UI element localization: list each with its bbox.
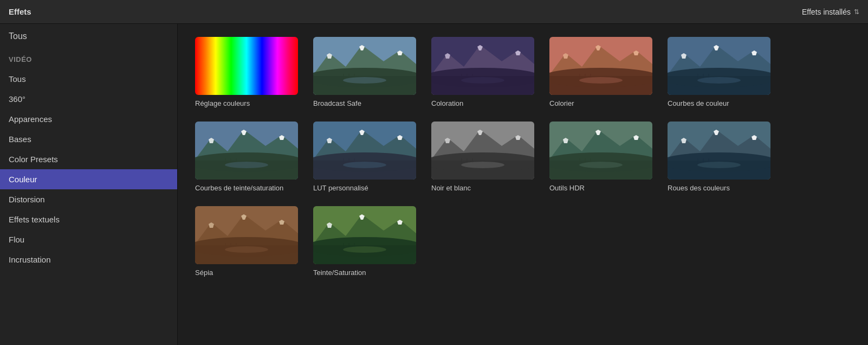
effect-label-teinte-saturation: Teinte/Saturation — [313, 269, 366, 278]
effect-thumb-courbes-couleur — [668, 37, 770, 95]
effect-item-teinte-saturation[interactable]: Teinte/Saturation — [313, 206, 416, 278]
effect-thumb-roues-couleurs — [668, 122, 770, 180]
effect-thumb-noir-blanc — [431, 122, 534, 180]
effect-thumb-coloration — [431, 37, 534, 95]
svg-rect-117 — [343, 243, 344, 248]
sidebar-item-apparences[interactable]: Apparences — [0, 109, 177, 129]
sidebar: Tous VIDÉOTous360°ApparencesBasesColor P… — [0, 24, 178, 345]
svg-rect-84 — [579, 158, 580, 164]
svg-point-120 — [343, 246, 386, 253]
main-layout: Tous VIDÉOTous360°ApparencesBasesColor P… — [0, 24, 868, 345]
effect-label-courbes-couleur: Courbes de couleur — [668, 99, 729, 108]
effect-item-roues-couleurs[interactable]: Roues des couleurs — [668, 122, 770, 193]
sidebar-item-all-top[interactable]: Tous — [0, 24, 177, 49]
svg-rect-40 — [697, 74, 698, 79]
top-bar: Effets Effets installés ⇅ — [0, 0, 868, 24]
svg-rect-18 — [461, 74, 462, 79]
svg-rect-106 — [225, 243, 226, 248]
sidebar-item-couleur[interactable]: Couleur — [0, 169, 177, 189]
svg-rect-95 — [697, 158, 698, 164]
sidebar-item-effets-textuels[interactable]: Effets textuels — [0, 209, 177, 229]
svg-point-32 — [579, 77, 623, 84]
sidebar-item-bases[interactable]: Bases — [0, 129, 177, 149]
sidebar-item-video-header[interactable]: VIDÉO — [0, 49, 177, 69]
sort-control[interactable]: Effets installés ⇅ — [802, 8, 859, 16]
svg-point-21 — [461, 77, 504, 84]
sidebar-item-color-presets[interactable]: Color Presets — [0, 149, 177, 169]
svg-point-54 — [225, 162, 268, 168]
svg-point-98 — [697, 162, 741, 168]
svg-point-109 — [225, 246, 268, 253]
effect-item-noir-blanc[interactable]: Noir et blanc — [431, 122, 534, 193]
effect-item-outils-hdr[interactable]: Outils HDR — [549, 122, 652, 193]
effect-thumb-colorier — [549, 37, 652, 95]
svg-rect-29 — [579, 74, 580, 79]
effect-label-outils-hdr: Outils HDR — [549, 184, 585, 193]
svg-point-43 — [697, 77, 741, 84]
svg-rect-51 — [225, 158, 226, 164]
effect-item-courbes-couleur[interactable]: Courbes de couleur — [668, 37, 770, 108]
effect-label-reglage-couleurs: Réglage couleurs — [195, 99, 250, 108]
svg-point-65 — [343, 162, 386, 168]
sort-label: Effets installés — [802, 8, 851, 16]
sidebar-item-360[interactable]: 360° — [0, 89, 177, 109]
svg-point-76 — [461, 162, 504, 168]
effect-thumb-sepia — [195, 206, 298, 264]
sidebar-item-distorsion[interactable]: Distorsion — [0, 189, 177, 209]
effect-label-courbes-teinte: Courbes de teinte/saturation — [195, 184, 283, 193]
effect-item-courbes-teinte[interactable]: Courbes de teinte/saturation — [195, 122, 298, 193]
effect-thumb-courbes-teinte — [195, 122, 298, 180]
effect-label-broadcast-safe: Broadcast Safe — [313, 99, 361, 108]
effect-label-roues-couleurs: Roues des couleurs — [668, 184, 730, 193]
effects-grid: Réglage couleurs Broadcast Safe — [195, 37, 851, 278]
effect-item-coloration[interactable]: Coloration — [431, 37, 534, 108]
effect-label-sepia: Sépia — [195, 269, 213, 278]
sort-arrows-icon: ⇅ — [854, 8, 859, 16]
effect-thumb-lut-personnalise — [313, 122, 416, 180]
effect-label-colorier: Colorier — [549, 99, 574, 108]
sidebar-item-incrustation[interactable]: Incrustation — [0, 250, 177, 270]
svg-rect-73 — [461, 158, 462, 164]
effect-item-lut-personnalise[interactable]: LUT personnalisé — [313, 122, 416, 193]
effect-thumb-broadcast-safe — [313, 37, 416, 95]
sidebar-item-tous[interactable]: Tous — [0, 69, 177, 89]
svg-rect-7 — [343, 74, 344, 79]
effect-label-noir-blanc: Noir et blanc — [431, 184, 471, 193]
svg-point-87 — [579, 162, 623, 168]
effects-content: Réglage couleurs Broadcast Safe — [178, 24, 868, 345]
sidebar-item-flou[interactable]: Flou — [0, 229, 177, 250]
effect-item-reglage-couleurs[interactable]: Réglage couleurs — [195, 37, 298, 108]
app-title: Effets — [9, 7, 31, 16]
effect-item-sepia[interactable]: Sépia — [195, 206, 298, 278]
effect-label-lut-personnalise: LUT personnalisé — [313, 184, 368, 193]
svg-rect-62 — [343, 158, 344, 164]
effect-thumb-teinte-saturation — [313, 206, 416, 264]
effect-item-broadcast-safe[interactable]: Broadcast Safe — [313, 37, 416, 108]
effect-label-coloration: Coloration — [431, 99, 463, 108]
svg-point-10 — [343, 77, 386, 84]
effect-item-colorier[interactable]: Colorier — [549, 37, 652, 108]
effect-thumb-outils-hdr — [549, 122, 652, 180]
effect-thumb-reglage-couleurs — [195, 37, 298, 95]
